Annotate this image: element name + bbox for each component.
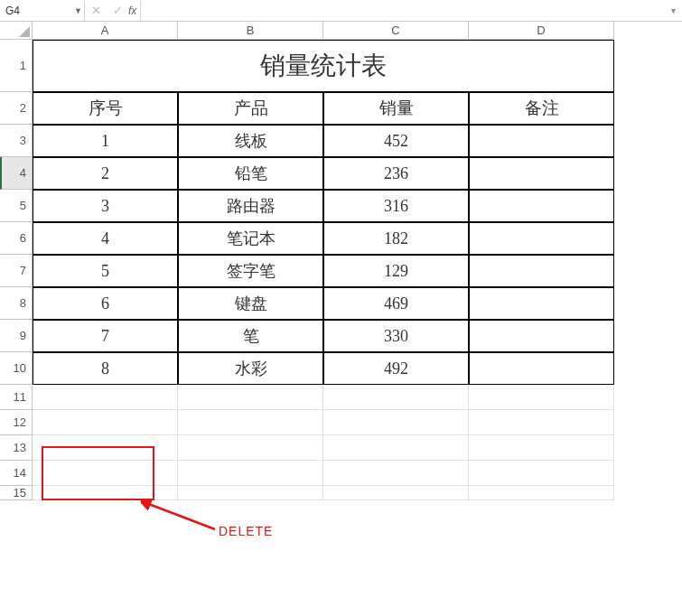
name-box-dropdown-icon[interactable]: ▼	[72, 1, 85, 21]
row-header[interactable]: 12	[0, 410, 33, 435]
empty-cell[interactable]	[323, 435, 469, 461]
table-cell[interactable]	[469, 255, 614, 287]
empty-cell[interactable]	[33, 385, 178, 410]
row-header[interactable]: 3	[0, 125, 33, 157]
formula-input[interactable]	[140, 1, 664, 21]
empty-cell[interactable]	[323, 410, 469, 435]
confirm-icon[interactable]: ✓	[107, 1, 128, 21]
table-header-cell[interactable]: 销量	[323, 92, 469, 125]
name-box[interactable]	[0, 1, 72, 21]
table-cell[interactable]: 签字笔	[178, 255, 323, 287]
formula-bar: ▼ ✕ ✓ fx ▾	[0, 0, 682, 22]
row-header[interactable]: 1	[0, 40, 33, 92]
table-cell[interactable]: 492	[323, 352, 469, 385]
table-cell[interactable]: 129	[323, 255, 469, 287]
empty-cell[interactable]	[33, 486, 178, 500]
table-cell[interactable]: 键盘	[178, 287, 323, 320]
table-cell[interactable]: 水彩	[178, 352, 323, 385]
empty-cell[interactable]	[33, 435, 178, 461]
table-cell[interactable]	[469, 222, 614, 255]
empty-cell[interactable]	[323, 461, 469, 486]
table-cell[interactable]: 7	[33, 320, 178, 352]
table-cell[interactable]: 236	[323, 157, 469, 190]
column-header[interactable]: C	[323, 22, 469, 40]
annotation-text: DELETE	[219, 524, 273, 538]
column-header[interactable]: D	[469, 22, 614, 40]
table-cell[interactable]: 3	[33, 190, 178, 222]
table-cell[interactable]: 330	[323, 320, 469, 352]
table-cell[interactable]: 2	[33, 157, 178, 190]
column-header[interactable]: A	[33, 22, 178, 40]
annotation-arrow-icon	[141, 500, 222, 537]
fx-icon[interactable]: fx	[128, 5, 140, 17]
table-cell[interactable]: 铅笔	[178, 157, 323, 190]
row-header[interactable]: 10	[0, 352, 33, 385]
table-title[interactable]: 销量统计表	[33, 40, 614, 92]
row-header[interactable]: 4	[0, 157, 33, 190]
table-header-cell[interactable]: 序号	[33, 92, 178, 125]
svg-line-0	[146, 503, 215, 529]
table-header-cell[interactable]: 产品	[178, 92, 323, 125]
empty-cell[interactable]	[178, 435, 323, 461]
table-cell[interactable]	[469, 125, 614, 157]
empty-cell[interactable]	[33, 461, 178, 486]
empty-cell[interactable]	[469, 435, 614, 461]
empty-cell[interactable]	[178, 461, 323, 486]
table-cell[interactable]: 线板	[178, 125, 323, 157]
table-cell[interactable]: 452	[323, 125, 469, 157]
empty-cell[interactable]	[178, 486, 323, 500]
empty-cell[interactable]	[469, 461, 614, 486]
table-cell[interactable]	[469, 320, 614, 352]
row-header[interactable]: 5	[0, 190, 33, 222]
empty-cell[interactable]	[469, 410, 614, 435]
empty-cell[interactable]	[323, 385, 469, 410]
empty-cell[interactable]	[178, 410, 323, 435]
table-cell[interactable]: 笔记本	[178, 222, 323, 255]
select-all-corner[interactable]	[0, 22, 33, 40]
table-cell[interactable]: 5	[33, 255, 178, 287]
row-header[interactable]: 7	[0, 255, 33, 287]
table-header-cell[interactable]: 备注	[469, 92, 614, 125]
empty-cell[interactable]	[323, 486, 469, 500]
table-cell[interactable]: 路由器	[178, 190, 323, 222]
table-cell[interactable]	[469, 287, 614, 320]
row-header[interactable]: 11	[0, 385, 33, 410]
empty-cell[interactable]	[178, 385, 323, 410]
empty-cell[interactable]	[469, 486, 614, 500]
table-cell[interactable]: 469	[323, 287, 469, 320]
row-header[interactable]: 9	[0, 320, 33, 352]
cancel-icon[interactable]: ✕	[85, 1, 107, 21]
table-cell[interactable]: 笔	[178, 320, 323, 352]
empty-cell[interactable]	[469, 385, 614, 410]
table-cell[interactable]	[469, 352, 614, 385]
row-header[interactable]: 14	[0, 461, 33, 486]
table-cell[interactable]: 6	[33, 287, 178, 320]
table-cell[interactable]	[469, 157, 614, 190]
row-header[interactable]: 13	[0, 435, 33, 461]
row-header[interactable]: 8	[0, 287, 33, 320]
table-cell[interactable]: 8	[33, 352, 178, 385]
empty-cell[interactable]	[33, 410, 178, 435]
row-header[interactable]: 15	[0, 486, 33, 500]
table-cell[interactable]: 1	[33, 125, 178, 157]
table-cell[interactable]: 4	[33, 222, 178, 255]
table-cell[interactable]	[469, 190, 614, 222]
row-header[interactable]: 2	[0, 92, 33, 125]
expand-formula-bar-icon[interactable]: ▾	[664, 5, 682, 15]
column-header[interactable]: B	[178, 22, 323, 40]
spreadsheet-grid[interactable]: ABCD123456789101112131415销量统计表序号产品销量备注1线…	[0, 22, 682, 500]
table-cell[interactable]: 182	[323, 222, 469, 255]
table-cell[interactable]: 316	[323, 190, 469, 222]
row-header[interactable]: 6	[0, 222, 33, 255]
